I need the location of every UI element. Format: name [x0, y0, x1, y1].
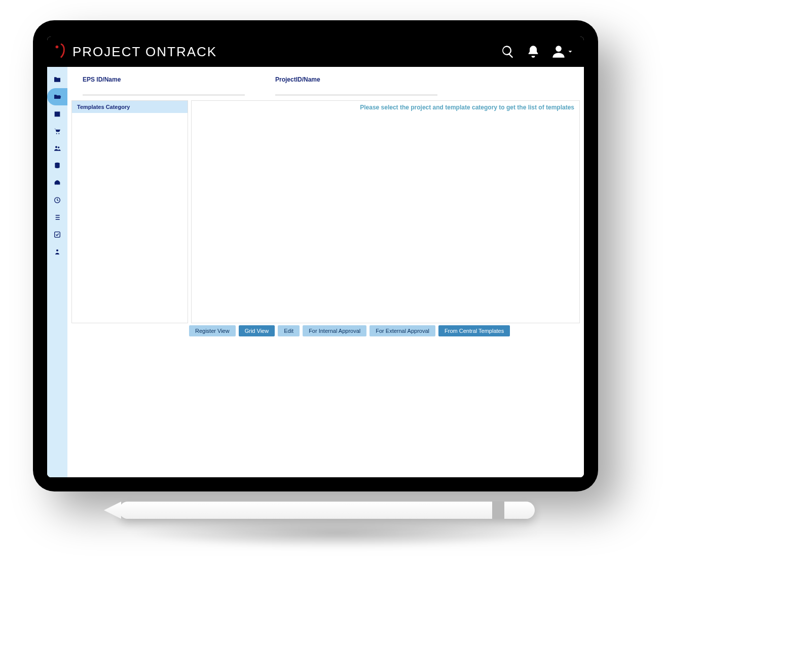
sidebar [47, 67, 67, 477]
sidebar-item-calendar[interactable] [47, 105, 67, 123]
pencil-shadow [127, 518, 547, 548]
svg-point-1 [556, 46, 562, 52]
register-view-button[interactable]: Register View [189, 325, 236, 336]
svg-point-3 [58, 133, 59, 134]
edit-button[interactable]: Edit [278, 325, 300, 336]
grid-view-button[interactable]: Grid View [239, 325, 275, 336]
project-field: ProjectID/Name [275, 76, 437, 95]
sidebar-item-open-folder[interactable] [47, 88, 67, 105]
user-icon [551, 45, 566, 59]
project-label: ProjectID/Name [275, 76, 437, 83]
helper-message: Please select the project and template c… [360, 104, 574, 111]
stylus-pencil [119, 502, 535, 519]
svg-point-0 [56, 46, 59, 49]
content-row: Templates Category Please select the pro… [67, 98, 584, 323]
sidebar-item-check[interactable] [47, 226, 67, 243]
svg-point-4 [55, 146, 57, 148]
svg-point-2 [56, 133, 57, 134]
svg-rect-8 [57, 183, 57, 184]
templates-category-header: Templates Category [72, 101, 188, 113]
bell-icon[interactable] [526, 45, 540, 59]
templates-list-panel: Please select the project and template c… [191, 100, 580, 323]
eps-input[interactable] [83, 83, 245, 95]
app-title: PROJECT ONTRACK [72, 44, 217, 60]
bottom-buttons: Register View Grid View Edit For Interna… [67, 323, 584, 336]
svg-point-12 [56, 249, 58, 251]
topbar-actions [501, 45, 574, 59]
logo-mark-icon [51, 42, 70, 61]
blank-area [67, 336, 584, 477]
templates-category-panel: Templates Category [71, 100, 188, 323]
chevron-down-icon [567, 48, 574, 55]
app-logo: PROJECT ONTRACK [51, 42, 217, 61]
internal-approval-button[interactable]: For Internal Approval [303, 325, 366, 336]
sidebar-item-clock[interactable] [47, 192, 67, 209]
sidebar-item-users[interactable] [47, 140, 67, 157]
pencil-band [492, 502, 504, 519]
topbar: PROJECT ONTRACK [47, 36, 584, 67]
sidebar-item-folder[interactable] [47, 71, 67, 88]
svg-rect-7 [55, 183, 56, 184]
svg-point-5 [58, 146, 59, 148]
main: EPS ID/Name ProjectID/Name Templates Cat… [67, 67, 584, 477]
sidebar-item-cart[interactable] [47, 123, 67, 140]
sidebar-item-database[interactable] [47, 157, 67, 174]
sidebar-item-finance[interactable] [47, 174, 67, 192]
eps-label: EPS ID/Name [83, 76, 245, 83]
user-menu[interactable] [551, 45, 574, 59]
svg-rect-9 [59, 183, 59, 184]
search-icon[interactable] [501, 45, 515, 59]
filter-bar: EPS ID/Name ProjectID/Name [67, 67, 584, 98]
sidebar-item-list[interactable] [47, 209, 67, 226]
app-window: PROJECT ONTRACK [47, 36, 584, 477]
svg-rect-11 [55, 232, 60, 238]
external-approval-button[interactable]: For External Approval [370, 325, 435, 336]
eps-field: EPS ID/Name [83, 76, 245, 95]
sidebar-item-person[interactable] [47, 243, 67, 260]
project-input[interactable] [275, 83, 437, 95]
from-central-templates-button[interactable]: From Central Templates [438, 325, 510, 336]
tablet-frame: PROJECT ONTRACK [33, 20, 598, 491]
app-body: EPS ID/Name ProjectID/Name Templates Cat… [47, 67, 584, 477]
